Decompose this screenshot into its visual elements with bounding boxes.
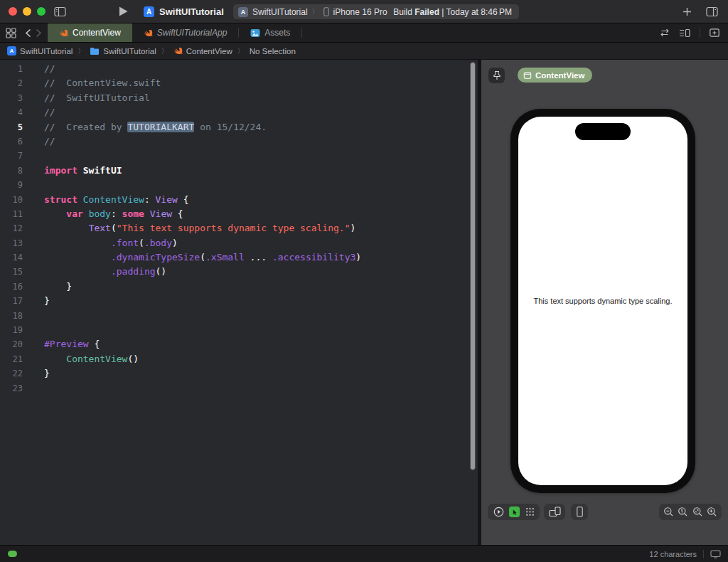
- line-numbers[interactable]: 1234567891011121314151617181920212223: [0, 60, 33, 545]
- preview-target-pill[interactable]: ContentView: [518, 68, 592, 83]
- code-line[interactable]: Text("This text supports dynamic type sc…: [44, 221, 361, 235]
- code-line[interactable]: .font(.body): [44, 236, 361, 250]
- chevron-forward-icon[interactable]: [36, 28, 42, 38]
- preview-canvas: ContentView This text supports dynamic t…: [481, 60, 728, 545]
- scheme-selector[interactable]: A SwiftUITutorial 〉 iPhone 16 Pro Build …: [233, 4, 519, 19]
- run-play-icon[interactable]: [118, 6, 129, 17]
- code-line[interactable]: [44, 323, 361, 337]
- line-number[interactable]: 8: [0, 164, 33, 178]
- line-number[interactable]: 19: [0, 323, 33, 337]
- ready-indicator: [8, 551, 17, 557]
- code-line[interactable]: // ContentView.swift: [44, 76, 361, 90]
- variants-grid-icon[interactable]: [525, 507, 535, 516]
- folder-icon: [90, 47, 100, 55]
- code-line[interactable]: // Created by TUTORIALKART on 15/12/24.: [44, 120, 361, 134]
- app-window-icon: [523, 71, 532, 80]
- pin-button[interactable]: [488, 68, 505, 83]
- code-line[interactable]: }: [44, 294, 361, 308]
- display-icon[interactable]: [710, 550, 721, 558]
- code-line[interactable]: //: [44, 134, 361, 149]
- play-circle-icon[interactable]: [493, 507, 504, 517]
- line-number[interactable]: 7: [0, 149, 33, 163]
- close-window-button[interactable]: [9, 7, 17, 16]
- code-line[interactable]: .dynamicTypeSize(.xSmall ... .accessibil…: [44, 250, 361, 265]
- minimize-window-button[interactable]: [23, 7, 31, 16]
- zoom-fit-icon[interactable]: [692, 507, 703, 517]
- zoom-window-button[interactable]: [37, 7, 46, 16]
- tab-assets[interactable]: Assets: [239, 23, 301, 42]
- line-number[interactable]: 20: [0, 337, 33, 351]
- code-line[interactable]: //: [44, 62, 361, 76]
- add-editor-icon[interactable]: [710, 28, 719, 37]
- code-line[interactable]: var body: some View {: [44, 207, 361, 221]
- select-mode-icon[interactable]: [509, 507, 520, 517]
- line-number[interactable]: 1: [0, 62, 33, 76]
- zoom-in-icon[interactable]: [707, 507, 717, 517]
- app-icon: A: [144, 6, 154, 17]
- pin-icon: [493, 70, 501, 80]
- tab-bar: ContentView SwiftUITutorialApp Assets: [0, 23, 728, 43]
- plus-icon[interactable]: [682, 6, 692, 17]
- line-number[interactable]: 10: [0, 193, 33, 207]
- editor-scrollbar[interactable]: [470, 62, 476, 470]
- swift-icon: [144, 28, 153, 38]
- code-line[interactable]: ContentView(): [44, 352, 361, 366]
- code-line[interactable]: [44, 381, 361, 396]
- line-number[interactable]: 2: [0, 76, 33, 90]
- code-line[interactable]: //: [44, 105, 361, 120]
- line-number[interactable]: 22: [0, 366, 33, 381]
- line-number[interactable]: 23: [0, 381, 33, 396]
- line-number[interactable]: 12: [0, 221, 33, 235]
- line-number[interactable]: 16: [0, 280, 33, 294]
- breadcrumb-selection[interactable]: No Selection: [250, 47, 296, 55]
- line-number[interactable]: 11: [0, 207, 33, 221]
- scheme-target-label[interactable]: SwiftUITutorial: [252, 7, 308, 17]
- zoom-out-icon[interactable]: [663, 507, 674, 517]
- device-screen[interactable]: This text supports dynamic type scaling.: [518, 117, 687, 485]
- line-number[interactable]: 6: [0, 134, 33, 149]
- code-editor[interactable]: 1234567891011121314151617181920212223 //…: [0, 60, 478, 545]
- line-number[interactable]: 9: [0, 178, 33, 192]
- line-number[interactable]: 15: [0, 265, 33, 279]
- editor-options-icon[interactable]: [679, 28, 690, 38]
- code-line[interactable]: [44, 149, 361, 163]
- line-number[interactable]: 14: [0, 250, 33, 265]
- code-line[interactable]: [44, 309, 361, 323]
- breadcrumb-group[interactable]: SwiftUITutorial: [90, 47, 156, 55]
- tab-label: Assets: [264, 28, 290, 38]
- build-status[interactable]: Build Failed | Today at 8:46 PM: [393, 7, 512, 17]
- iphone-preview-device[interactable]: This text supports dynamic type scaling.: [510, 109, 695, 493]
- code-line[interactable]: // SwiftUITutorial: [44, 91, 361, 105]
- run-destination-label[interactable]: iPhone 16 Pro: [333, 7, 387, 17]
- tab-contentview[interactable]: ContentView: [48, 23, 132, 42]
- chevron-back-icon[interactable]: [25, 28, 31, 38]
- sidebar-toggle-icon[interactable]: [54, 6, 66, 17]
- code-line[interactable]: [44, 178, 361, 192]
- line-number[interactable]: 3: [0, 91, 33, 105]
- code-line[interactable]: }: [44, 366, 361, 381]
- related-items-icon[interactable]: [6, 28, 16, 38]
- code-line[interactable]: #Preview {: [44, 337, 361, 351]
- toolbar-separator: [700, 28, 700, 38]
- device-settings-button[interactable]: [571, 504, 588, 520]
- tab-swiftuitutorialapp[interactable]: SwiftUITutorialApp: [132, 23, 238, 42]
- inspector-toggle-icon[interactable]: [706, 6, 718, 17]
- zoom-100-icon[interactable]: [678, 507, 688, 517]
- breadcrumb-project[interactable]: A SwiftUITutorial: [7, 46, 73, 55]
- device-icon: [323, 7, 329, 16]
- code-line[interactable]: .padding(): [44, 265, 361, 279]
- line-number[interactable]: 18: [0, 309, 33, 323]
- breadcrumb-file[interactable]: ContentView: [173, 46, 232, 55]
- swap-icon[interactable]: [660, 28, 670, 37]
- line-number[interactable]: 21: [0, 352, 33, 366]
- orientation-button[interactable]: [544, 504, 565, 520]
- line-number[interactable]: 4: [0, 105, 33, 120]
- tab-label: SwiftUITutorialApp: [157, 28, 227, 38]
- code-lines[interactable]: //// ContentView.swift// SwiftUITutorial…: [33, 60, 361, 545]
- code-line[interactable]: }: [44, 280, 361, 294]
- code-line[interactable]: import SwiftUI: [44, 164, 361, 178]
- line-number[interactable]: 5: [0, 120, 33, 134]
- line-number[interactable]: 13: [0, 236, 33, 250]
- code-line[interactable]: struct ContentView: View {: [44, 193, 361, 207]
- line-number[interactable]: 17: [0, 294, 33, 308]
